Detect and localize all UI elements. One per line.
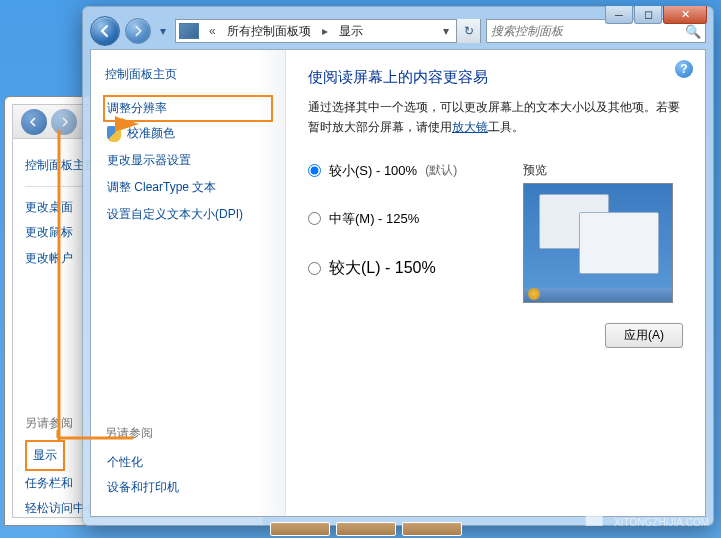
breadcrumb[interactable]: « 所有控制面板项 ▸ 显示 ▾ ↻ bbox=[175, 19, 481, 43]
radio-medium-input[interactable] bbox=[308, 212, 321, 225]
radio-small[interactable]: 较小(S) - 100% (默认) bbox=[308, 162, 483, 180]
radio-large[interactable]: 较大(L) - 150% bbox=[308, 258, 483, 279]
help-icon[interactable]: ? bbox=[675, 60, 693, 78]
close-button[interactable]: ✕ bbox=[663, 6, 707, 24]
see-also-personalization[interactable]: 个性化 bbox=[105, 450, 181, 475]
annotation-arrowhead bbox=[115, 116, 145, 146]
bg-link-display[interactable]: 显示 bbox=[25, 440, 65, 471]
breadcrumb-icon bbox=[179, 23, 199, 39]
main-window: ─ ◻ ✕ ▾ « 所有控制面板项 ▸ 显示 ▾ ↻ 🔍 控制 bbox=[82, 6, 714, 526]
radio-small-input[interactable] bbox=[308, 164, 321, 177]
see-also-devices[interactable]: 设备和打印机 bbox=[105, 475, 181, 500]
maximize-button[interactable]: ◻ bbox=[634, 6, 662, 24]
search-input[interactable] bbox=[491, 24, 685, 38]
see-also-title: 另请参阅 bbox=[105, 425, 181, 442]
sidebar-link-cleartype[interactable]: 调整 ClearType 文本 bbox=[105, 174, 271, 201]
breadcrumb-item[interactable]: 显示 bbox=[335, 20, 367, 42]
nav-history-dropdown[interactable]: ▾ bbox=[156, 21, 170, 41]
breadcrumb-sep[interactable]: ▸ bbox=[315, 20, 335, 42]
preview-image bbox=[523, 183, 673, 303]
svg-marker-5 bbox=[121, 118, 139, 130]
preview-label: 预览 bbox=[523, 162, 683, 179]
radio-medium[interactable]: 中等(M) - 125% bbox=[308, 210, 483, 228]
breadcrumb-item[interactable]: 所有控制面板项 bbox=[223, 20, 315, 42]
breadcrumb-dropdown[interactable]: ▾ bbox=[436, 20, 456, 42]
page-description: 通过选择其中一个选项，可以更改屏幕上的文本大小以及其他项。若要暂时放大部分屏幕，… bbox=[308, 97, 683, 138]
page-title: 使阅读屏幕上的内容更容易 bbox=[308, 68, 683, 87]
minimize-button[interactable]: ─ bbox=[605, 6, 633, 24]
refresh-button[interactable]: ↻ bbox=[456, 19, 480, 43]
magnifier-link[interactable]: 放大镜 bbox=[452, 120, 488, 134]
search-icon: 🔍 bbox=[685, 24, 701, 39]
watermark: 系统之家 XITONGZHIJIA.COM bbox=[580, 501, 709, 529]
annotation-line bbox=[56, 130, 62, 440]
sidebar-link-display-settings[interactable]: 更改显示器设置 bbox=[105, 147, 271, 174]
watermark-logo-icon bbox=[580, 502, 608, 526]
radio-large-input[interactable] bbox=[308, 262, 321, 275]
sidebar-link-dpi[interactable]: 设置自定义文本大小(DPI) bbox=[105, 201, 271, 228]
taskbar-thumbs bbox=[270, 522, 462, 536]
back-button-bg[interactable] bbox=[21, 109, 47, 135]
forward-button[interactable] bbox=[125, 18, 151, 44]
breadcrumb-sep[interactable]: « bbox=[202, 20, 223, 42]
forward-button-bg[interactable] bbox=[51, 109, 77, 135]
main-pane: ? 使阅读屏幕上的内容更容易 通过选择其中一个选项，可以更改屏幕上的文本大小以及… bbox=[286, 50, 705, 516]
sidebar-title[interactable]: 控制面板主页 bbox=[105, 66, 271, 83]
apply-button[interactable]: 应用(A) bbox=[605, 323, 683, 348]
back-button[interactable] bbox=[90, 16, 120, 46]
